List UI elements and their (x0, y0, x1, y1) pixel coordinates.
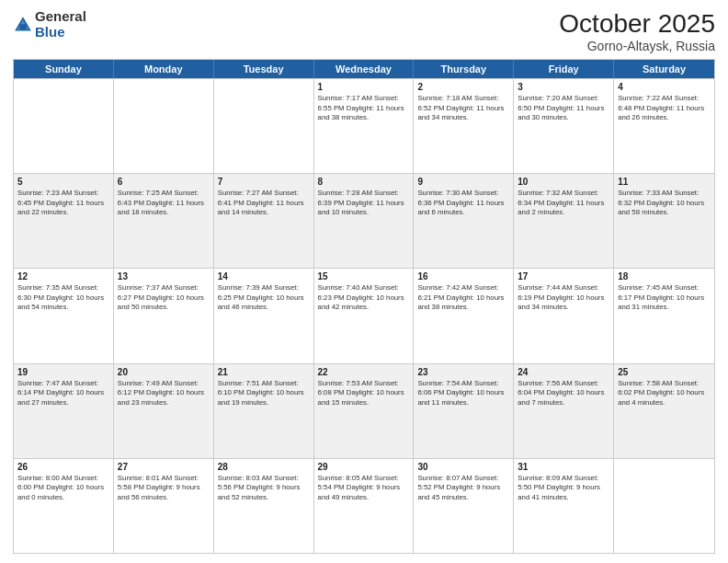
cell-info: Sunrise: 8:03 AM Sunset: 5:56 PM Dayligh… (218, 474, 310, 503)
cell-info: Sunrise: 7:49 AM Sunset: 6:12 PM Dayligh… (118, 379, 210, 408)
weekday-header-tuesday: Tuesday (214, 60, 314, 78)
weekday-header-thursday: Thursday (414, 60, 514, 78)
cal-cell: 30Sunrise: 8:07 AM Sunset: 5:52 PM Dayli… (414, 459, 514, 553)
cal-cell (14, 79, 114, 173)
cal-cell: 6Sunrise: 7:25 AM Sunset: 6:43 PM Daylig… (114, 174, 214, 268)
cell-info: Sunrise: 7:22 AM Sunset: 6:48 PM Dayligh… (618, 94, 711, 123)
cal-cell: 9Sunrise: 7:30 AM Sunset: 6:36 PM Daylig… (414, 174, 514, 268)
cell-info: Sunrise: 7:23 AM Sunset: 6:45 PM Dayligh… (17, 189, 109, 218)
cell-date: 14 (218, 271, 310, 282)
cal-cell: 7Sunrise: 7:27 AM Sunset: 6:41 PM Daylig… (214, 174, 314, 268)
cal-cell: 26Sunrise: 8:00 AM Sunset: 6:00 PM Dayli… (14, 459, 114, 553)
cal-cell: 28Sunrise: 8:03 AM Sunset: 5:56 PM Dayli… (214, 459, 314, 553)
cal-cell: 22Sunrise: 7:53 AM Sunset: 6:08 PM Dayli… (314, 364, 415, 458)
cell-date: 28 (218, 462, 310, 472)
cell-date: 16 (417, 271, 509, 282)
svg-rect-2 (19, 24, 26, 29)
cal-row-3: 19Sunrise: 7:47 AM Sunset: 6:14 PM Dayli… (14, 363, 714, 458)
cell-date: 24 (518, 367, 609, 377)
cal-cell: 12Sunrise: 7:35 AM Sunset: 6:30 PM Dayli… (14, 269, 114, 362)
cell-info: Sunrise: 7:17 AM Sunset: 6:55 PM Dayligh… (318, 94, 410, 123)
logo-blue: Blue (35, 25, 86, 40)
cell-date: 13 (118, 271, 210, 282)
cal-cell: 16Sunrise: 7:42 AM Sunset: 6:21 PM Dayli… (414, 269, 514, 362)
cal-cell: 13Sunrise: 7:37 AM Sunset: 6:27 PM Dayli… (114, 269, 214, 362)
month-title: October 2025 (559, 9, 715, 39)
cell-info: Sunrise: 7:51 AM Sunset: 6:10 PM Dayligh… (218, 379, 310, 408)
cal-cell: 8Sunrise: 7:28 AM Sunset: 6:39 PM Daylig… (314, 174, 415, 268)
cal-cell: 25Sunrise: 7:58 AM Sunset: 6:02 PM Dayli… (614, 364, 714, 458)
cell-date: 6 (118, 177, 210, 187)
cal-cell: 23Sunrise: 7:54 AM Sunset: 6:06 PM Dayli… (414, 364, 514, 458)
cal-cell: 29Sunrise: 8:05 AM Sunset: 5:54 PM Dayli… (314, 459, 415, 553)
cal-cell: 10Sunrise: 7:32 AM Sunset: 6:34 PM Dayli… (514, 174, 614, 268)
cal-cell: 20Sunrise: 7:49 AM Sunset: 6:12 PM Dayli… (114, 364, 214, 458)
page: General Blue October 2025 Gorno-Altaysk,… (0, 0, 728, 563)
cal-cell: 1Sunrise: 7:17 AM Sunset: 6:55 PM Daylig… (314, 79, 415, 173)
cell-info: Sunrise: 7:32 AM Sunset: 6:34 PM Dayligh… (518, 189, 609, 218)
cell-date: 15 (318, 271, 410, 282)
cal-cell: 4Sunrise: 7:22 AM Sunset: 6:48 PM Daylig… (614, 79, 714, 173)
cell-date: 19 (17, 367, 109, 377)
weekday-header-friday: Friday (514, 60, 614, 78)
cell-date: 18 (618, 271, 711, 282)
cal-cell: 27Sunrise: 8:01 AM Sunset: 5:58 PM Dayli… (114, 459, 214, 553)
cell-info: Sunrise: 7:27 AM Sunset: 6:41 PM Dayligh… (218, 189, 310, 218)
cell-date: 31 (518, 462, 609, 472)
cal-cell: 15Sunrise: 7:40 AM Sunset: 6:23 PM Dayli… (314, 269, 415, 362)
cell-date: 4 (618, 82, 711, 92)
cal-cell: 3Sunrise: 7:20 AM Sunset: 6:50 PM Daylig… (514, 79, 614, 173)
cal-row-2: 12Sunrise: 7:35 AM Sunset: 6:30 PM Dayli… (14, 268, 714, 362)
cell-date: 8 (318, 177, 410, 187)
cell-info: Sunrise: 8:09 AM Sunset: 5:50 PM Dayligh… (518, 474, 609, 503)
cal-cell: 14Sunrise: 7:39 AM Sunset: 6:25 PM Dayli… (214, 269, 314, 362)
weekday-header-monday: Monday (114, 60, 214, 78)
cell-date: 23 (417, 367, 509, 377)
cell-info: Sunrise: 7:47 AM Sunset: 6:14 PM Dayligh… (17, 379, 109, 408)
cal-row-1: 5Sunrise: 7:23 AM Sunset: 6:45 PM Daylig… (14, 173, 714, 268)
cell-info: Sunrise: 8:05 AM Sunset: 5:54 PM Dayligh… (318, 474, 410, 503)
cell-info: Sunrise: 7:18 AM Sunset: 6:52 PM Dayligh… (417, 94, 509, 123)
cal-cell (214, 79, 314, 173)
cell-info: Sunrise: 7:58 AM Sunset: 6:02 PM Dayligh… (618, 379, 711, 408)
cell-date: 26 (17, 462, 109, 472)
cal-cell: 18Sunrise: 7:45 AM Sunset: 6:17 PM Dayli… (614, 269, 714, 362)
cell-info: Sunrise: 7:39 AM Sunset: 6:25 PM Dayligh… (218, 283, 310, 313)
logo-area: General Blue (13, 9, 86, 40)
cell-date: 9 (417, 177, 509, 187)
cell-date: 3 (518, 82, 609, 92)
logo-text: General Blue (35, 9, 86, 40)
cal-cell: 17Sunrise: 7:44 AM Sunset: 6:19 PM Dayli… (514, 269, 614, 362)
cell-date: 1 (318, 82, 410, 92)
cal-row-0: 1Sunrise: 7:17 AM Sunset: 6:55 PM Daylig… (14, 78, 714, 173)
cal-cell (614, 459, 714, 553)
cell-info: Sunrise: 7:20 AM Sunset: 6:50 PM Dayligh… (518, 94, 609, 123)
cell-info: Sunrise: 7:40 AM Sunset: 6:23 PM Dayligh… (318, 283, 410, 313)
cal-cell: 21Sunrise: 7:51 AM Sunset: 6:10 PM Dayli… (214, 364, 314, 458)
cell-date: 5 (17, 177, 109, 187)
cal-row-4: 26Sunrise: 8:00 AM Sunset: 6:00 PM Dayli… (14, 458, 714, 553)
cal-cell: 2Sunrise: 7:18 AM Sunset: 6:52 PM Daylig… (414, 79, 514, 173)
cell-info: Sunrise: 7:44 AM Sunset: 6:19 PM Dayligh… (518, 283, 609, 313)
cell-date: 2 (417, 82, 509, 92)
cell-info: Sunrise: 7:33 AM Sunset: 6:32 PM Dayligh… (618, 189, 711, 218)
calendar: SundayMondayTuesdayWednesdayThursdayFrid… (13, 59, 715, 554)
cell-info: Sunrise: 7:42 AM Sunset: 6:21 PM Dayligh… (417, 283, 509, 313)
cell-date: 25 (618, 367, 711, 377)
calendar-body: 1Sunrise: 7:17 AM Sunset: 6:55 PM Daylig… (14, 78, 714, 553)
cell-date: 11 (618, 177, 711, 187)
cell-date: 20 (118, 367, 210, 377)
cell-info: Sunrise: 7:45 AM Sunset: 6:17 PM Dayligh… (618, 283, 711, 313)
weekday-header-wednesday: Wednesday (314, 60, 415, 78)
cell-info: Sunrise: 7:28 AM Sunset: 6:39 PM Dayligh… (318, 189, 410, 218)
cell-date: 10 (518, 177, 609, 187)
cell-date: 27 (118, 462, 210, 472)
cell-date: 22 (318, 367, 410, 377)
cell-info: Sunrise: 8:07 AM Sunset: 5:52 PM Dayligh… (417, 474, 509, 503)
weekday-header-sunday: Sunday (14, 60, 114, 78)
header: General Blue October 2025 Gorno-Altaysk,… (13, 9, 715, 53)
cell-info: Sunrise: 7:54 AM Sunset: 6:06 PM Dayligh… (417, 379, 509, 408)
cell-info: Sunrise: 7:30 AM Sunset: 6:36 PM Dayligh… (417, 189, 509, 218)
cal-cell (114, 79, 214, 173)
cell-date: 17 (518, 271, 609, 282)
